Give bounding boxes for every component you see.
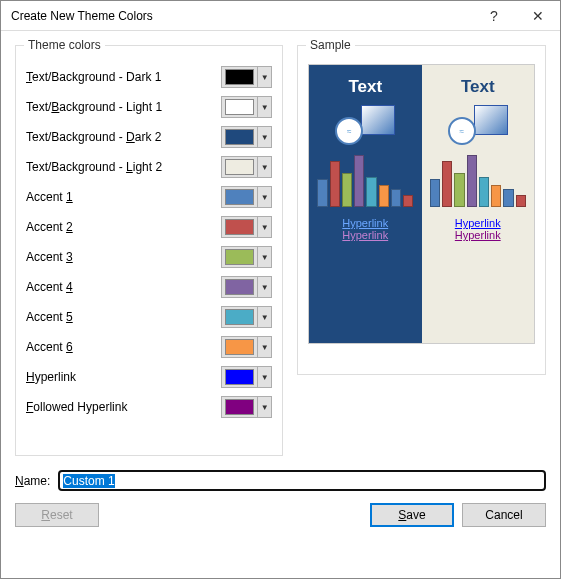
color-row: Accent 6▼ — [26, 334, 272, 360]
chart-bar — [430, 179, 440, 207]
color-picker-button[interactable]: ▼ — [221, 396, 272, 418]
sample-hyperlink-dark: Hyperlink — [342, 217, 388, 229]
save-button[interactable]: Save — [370, 503, 454, 527]
color-swatch — [225, 339, 254, 355]
window-title: Create New Theme Colors — [11, 9, 472, 23]
sample-text-dark: Text — [348, 77, 382, 97]
color-picker-button[interactable]: ▼ — [221, 306, 272, 328]
chevron-down-icon: ▼ — [257, 127, 271, 147]
title-bar: Create New Theme Colors ? ✕ — [1, 1, 560, 31]
color-picker-button[interactable]: ▼ — [221, 156, 272, 178]
color-row: Accent 4▼ — [26, 274, 272, 300]
chart-bar — [403, 195, 413, 207]
color-row: Accent 2▼ — [26, 214, 272, 240]
color-label: Accent 1 — [26, 190, 221, 204]
cancel-button[interactable]: Cancel — [462, 503, 546, 527]
theme-colors-group: Theme colors Text/Background - Dark 1▼Te… — [15, 45, 283, 456]
sample-legend: Sample — [306, 38, 355, 52]
color-row: Text/Background - Light 2▼ — [26, 154, 272, 180]
color-picker-button[interactable]: ▼ — [221, 126, 272, 148]
name-label: Name: — [15, 474, 50, 488]
sample-text-light: Text — [461, 77, 495, 97]
chevron-down-icon: ▼ — [257, 187, 271, 207]
color-picker-button[interactable]: ▼ — [221, 276, 272, 298]
color-label: Accent 3 — [26, 250, 221, 264]
help-button[interactable]: ? — [472, 1, 516, 30]
button-bar: Reset Save Cancel — [15, 503, 546, 527]
chart-bar — [366, 177, 376, 207]
color-picker-button[interactable]: ▼ — [221, 246, 272, 268]
sample-chart-light — [430, 151, 526, 207]
chart-bar — [354, 155, 364, 207]
color-label: Accent 5 — [26, 310, 221, 324]
color-swatch — [225, 129, 254, 145]
chevron-down-icon: ▼ — [257, 337, 271, 357]
chevron-down-icon: ▼ — [257, 277, 271, 297]
sample-followed-light: Hyperlink — [455, 229, 501, 241]
color-swatch — [225, 99, 254, 115]
sample-dark: Text ≈ Hyperlink Hyperlink — [309, 65, 422, 343]
sample-circle-icon: ≈ — [335, 117, 363, 145]
color-row: Followed Hyperlink▼ — [26, 394, 272, 420]
color-row: Accent 5▼ — [26, 304, 272, 330]
sample-rect-icon — [361, 105, 395, 135]
color-label: Text/Background - Light 1 — [26, 100, 221, 114]
color-picker-button[interactable]: ▼ — [221, 216, 272, 238]
chart-bar — [454, 173, 464, 207]
chart-bar — [479, 177, 489, 207]
chevron-down-icon: ▼ — [257, 247, 271, 267]
chevron-down-icon: ▼ — [257, 67, 271, 87]
chart-bar — [516, 195, 526, 207]
sample-chart-dark — [317, 151, 413, 207]
sample-shapes-dark: ≈ — [335, 105, 395, 143]
color-picker-button[interactable]: ▼ — [221, 336, 272, 358]
chart-bar — [317, 179, 327, 207]
color-row: Accent 1▼ — [26, 184, 272, 210]
color-swatch — [225, 249, 254, 265]
color-label: Accent 2 — [26, 220, 221, 234]
sample-shapes-light: ≈ — [448, 105, 508, 143]
chevron-down-icon: ▼ — [257, 397, 271, 417]
theme-colors-legend: Theme colors — [24, 38, 105, 52]
color-swatch — [225, 69, 254, 85]
color-label: Text/Background - Dark 2 — [26, 130, 221, 144]
name-input[interactable] — [58, 470, 546, 491]
color-label: Followed Hyperlink — [26, 400, 221, 414]
color-label: Hyperlink — [26, 370, 221, 384]
chevron-down-icon: ▼ — [257, 307, 271, 327]
dialog-content: Theme colors Text/Background - Dark 1▼Te… — [1, 31, 560, 537]
chart-bar — [330, 161, 340, 207]
chevron-down-icon: ▼ — [257, 157, 271, 177]
sample-followed-dark: Hyperlink — [342, 229, 388, 241]
color-swatch — [225, 309, 254, 325]
chart-bar — [467, 155, 477, 207]
sample-hyperlink-light: Hyperlink — [455, 217, 501, 229]
sample-circle-icon: ≈ — [448, 117, 476, 145]
chart-bar — [503, 189, 513, 207]
chart-bar — [379, 185, 389, 207]
chevron-down-icon: ▼ — [257, 367, 271, 387]
color-swatch — [225, 279, 254, 295]
color-picker-button[interactable]: ▼ — [221, 96, 272, 118]
name-row: Name: — [15, 470, 546, 491]
reset-button[interactable]: Reset — [15, 503, 99, 527]
color-row: Text/Background - Light 1▼ — [26, 94, 272, 120]
sample-preview: Text ≈ Hyperlink Hyperlink Text ≈ — [308, 64, 535, 344]
color-swatch — [225, 159, 254, 175]
color-label: Text/Background - Dark 1 — [26, 70, 221, 84]
color-picker-button[interactable]: ▼ — [221, 186, 272, 208]
color-row: Text/Background - Dark 2▼ — [26, 124, 272, 150]
close-button[interactable]: ✕ — [516, 1, 560, 30]
chart-bar — [491, 185, 501, 207]
color-picker-button[interactable]: ▼ — [221, 366, 272, 388]
color-row: Text/Background - Dark 1▼ — [26, 64, 272, 90]
sample-light: Text ≈ Hyperlink Hyperlink — [422, 65, 535, 343]
color-swatch — [225, 369, 254, 385]
color-row: Hyperlink▼ — [26, 364, 272, 390]
color-swatch — [225, 189, 254, 205]
chart-bar — [442, 161, 452, 207]
chevron-down-icon: ▼ — [257, 97, 271, 117]
color-label: Accent 4 — [26, 280, 221, 294]
color-row: Accent 3▼ — [26, 244, 272, 270]
color-picker-button[interactable]: ▼ — [221, 66, 272, 88]
